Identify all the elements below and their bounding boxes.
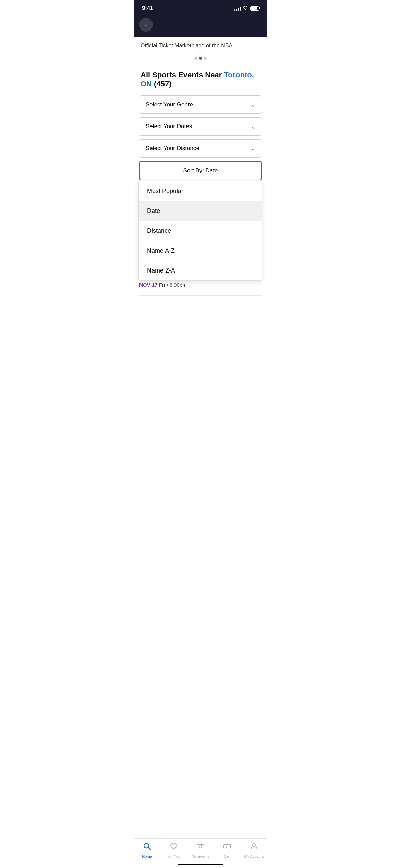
filters: Select Your Genre ⌄ Select Your Dates ⌄ … [134,95,267,158]
sort-section: Sort By: Date Most Popular Date Distance… [134,161,267,180]
dot-3 [204,57,207,60]
back-button[interactable]: ‹ [139,18,153,32]
sort-option-name-az[interactable]: Name A-Z [139,241,262,261]
sort-option-name-za[interactable]: Name Z-A [139,261,262,280]
genre-label: Select Your Genre [146,101,193,108]
signal-icon [234,6,241,11]
event-date-3: NOV 17 Fri • 6:00pm [139,282,262,288]
dots-indicator [134,51,267,67]
dates-dropdown[interactable]: Select Your Dates ⌄ [139,117,262,136]
genre-dropdown[interactable]: Select Your Genre ⌄ [139,95,262,114]
dates-label: Select Your Dates [146,123,192,130]
events-header: All Sports Events Near Toronto, ON (457) [134,67,267,95]
sort-dropdown-menu: Most Popular Date Distance Name A-Z Name… [138,181,262,281]
dot-1 [194,57,197,60]
distance-chevron-icon: ⌄ [251,145,255,152]
status-bar: 9:41 [134,0,267,15]
nba-banner-text: Official Ticket Marketplace of the NBA [141,43,232,48]
back-arrow-icon: ‹ [145,22,147,28]
distance-dropdown[interactable]: Select Your Distance ⌄ [139,139,262,158]
sort-option-date[interactable]: Date [139,201,262,221]
dates-chevron-icon: ⌄ [251,123,255,130]
wifi-icon [243,6,248,11]
distance-label: Select Your Distance [146,145,199,152]
sort-button-label: Sort By: Date [183,167,218,174]
sort-button[interactable]: Sort By: Date [139,161,262,180]
events-count: (457) [152,80,171,88]
status-icons [234,6,259,11]
events-title: All Sports Events Near Toronto, ON (457) [141,71,260,88]
status-time: 9:41 [142,5,153,12]
events-title-prefix: All Sports Events Near [141,71,224,79]
nba-banner: Official Ticket Marketplace of the NBA [134,37,267,51]
sort-option-most-popular[interactable]: Most Popular [139,181,262,201]
genre-chevron-icon: ⌄ [251,101,255,108]
header: ‹ [134,15,267,37]
sort-option-distance[interactable]: Distance [139,221,262,241]
dot-2 [199,57,202,60]
battery-icon [250,6,259,11]
content: Official Ticket Marketplace of the NBA A… [134,37,267,330]
